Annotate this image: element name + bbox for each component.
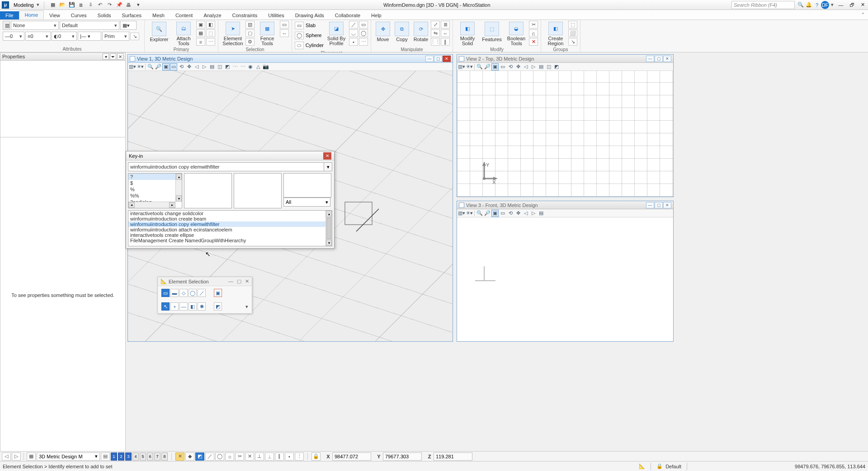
keyin-input[interactable] [128,162,324,171]
vtb-misc5[interactable]: ◩ [553,63,560,71]
view-groups-icon[interactable]: ▤ [101,452,110,461]
dialog-min-icon[interactable]: — [228,278,233,284]
keyin-table-filter[interactable]: All▾ [283,198,330,207]
list-item[interactable]: ? [128,174,182,180]
list-item[interactable]: %% [128,193,182,199]
scroll-up-icon[interactable]: ▴ [176,174,182,180]
tab-file[interactable]: File [0,11,19,19]
coord-y-input[interactable]: 79677.303 [383,452,422,461]
fence-stretch-icon[interactable]: ↔ [280,29,289,37]
tool-tangent-icon[interactable]: ⊥ [255,452,264,461]
view-toggle-7[interactable]: 7 [154,452,160,461]
method-shape-icon[interactable]: ◇ [179,289,188,297]
scroll-down-icon[interactable]: ▾ [176,195,182,202]
method-line-icon[interactable]: ／ [198,289,206,297]
view-attributes-icon[interactable]: ▥▾ [458,63,465,71]
attributes-dialog-launcher[interactable]: ↘ [130,33,139,40]
element-selection-title-bar[interactable]: 📐 Element Selection — ▢ ✕ [158,277,252,286]
view-close-icon[interactable]: ✕ [663,56,671,62]
tool-point-icon[interactable]: • [285,452,294,461]
zoom-out-icon[interactable]: 🔎 [484,210,491,217]
properties-close-icon[interactable]: ✕ [117,53,123,60]
active-model-combo[interactable]: 3D Metric Design M▾ [37,452,100,461]
tool-sun-icon[interactable]: ☼ [225,452,234,461]
search-ribbon[interactable]: Search Ribbon (F4) [731,1,795,9]
scroll-left-icon[interactable]: ◂ [128,202,135,208]
levels-icon[interactable]: ≡ [196,38,205,46]
view-toggle-1[interactable]: 1 [111,452,117,461]
more-primary-icon[interactable]: ⋯ [206,38,215,46]
fence-type-icon[interactable]: ▭ [280,21,289,28]
keyin-history-dropdown-icon[interactable]: ▾ [324,162,332,171]
dialog-max-icon[interactable]: ▢ [237,278,241,284]
dialog-expand-icon[interactable]: ▾ [245,304,248,310]
qat-redo-icon[interactable]: ↷ [106,1,114,9]
keyin-dialog[interactable]: Key-in ✕ ▾ ? $ % %% 3ppdialog ▴ ▾ ◂ ▸ [126,151,335,249]
qat-open-icon[interactable]: 📂 [58,1,66,9]
select-by-attr-icon[interactable]: ⚙ [245,38,255,46]
method-circle-icon[interactable]: ◯ [189,289,197,297]
vtb-misc1[interactable]: ◁ [522,63,529,71]
select-all-icon[interactable]: ▧ [245,21,255,28]
element-template[interactable]: ▦▾ [120,21,137,30]
tab-surfaces[interactable]: Surfaces [117,11,147,19]
qat-saveall-icon[interactable]: 🗎 [77,1,85,9]
line-style-combo[interactable]: — 0▾ [3,32,24,41]
cells-icon[interactable]: ⬚ [206,29,215,37]
nav-fwd-icon[interactable]: ▷ [12,452,21,461]
clip-volume-icon[interactable]: ◫ [216,63,223,71]
fence-tools-button[interactable]: ▦ Fence Tools [255,21,279,46]
align-icon[interactable]: ≣ [441,21,450,28]
rect-icon[interactable]: ▭ [359,21,368,28]
vtb-misc3[interactable]: ▤ [538,63,545,71]
window-area-icon[interactable]: ▭ [499,63,506,71]
lock-indicator-icon[interactable]: 🔒 [656,463,663,469]
view-camera-icon[interactable]: 📷 [262,63,269,71]
transparency-combo[interactable]: ◐ 0▾ [52,32,77,41]
tool-circle-icon[interactable]: ◯ [215,452,224,461]
snap-indicator-icon[interactable]: 📐 [639,463,645,469]
pan-icon[interactable]: ✥ [514,63,522,71]
vtb-misc2[interactable]: ▷ [530,63,537,71]
mode-new-icon[interactable]: ↖ [161,302,170,311]
view-saved-icon[interactable]: ▤ [208,63,216,71]
tab-solids[interactable]: Solids [92,11,117,19]
keyin-list-2[interactable] [184,173,232,208]
scrollbar-horizontal[interactable]: ◂ ▸ [128,202,175,208]
view-close-icon[interactable]: ✕ [443,56,451,62]
move-button[interactable]: ✥Move [374,21,392,46]
history-item[interactable]: winformuiintroduction attach ecinstancet… [128,227,332,232]
properties-pin-icon[interactable]: ⏷ [110,53,116,60]
class-combo[interactable]: Prim▾ [102,32,129,41]
method-block-icon[interactable]: ▬ [170,289,179,297]
history-item[interactable]: interactivetools change solidcolor [128,211,332,216]
element-selection-dialog[interactable]: 📐 Element Selection — ▢ ✕ ▭ ▬ ◇ ◯ ／ ▣ ↖ … [157,277,252,314]
keyin-title-bar[interactable]: Key-in ✕ [126,151,334,160]
array-icon[interactable]: ⋮⋮ [431,38,440,46]
tab-curves[interactable]: Curves [66,11,92,19]
sphere-icon[interactable]: ◯ [295,32,304,39]
keyin-list-4[interactable] [283,173,331,198]
keyin-list-3[interactable] [234,173,282,208]
qat-new-icon[interactable]: ▦ [49,1,57,9]
restore-button[interactable]: 🗗 [846,1,857,9]
select-all-reset-icon[interactable]: ▣ [214,289,222,297]
rotate-button[interactable]: ⟳Rotate [412,21,430,46]
offset-icon[interactable]: ‖ [441,38,450,46]
element-selection-button[interactable]: ➤ Element Selection [221,21,245,46]
tool-scissors-icon[interactable]: ✂ [235,452,244,461]
view-1-title-bar[interactable]: View 1, 3D Metric Design — ▢ ✕ [128,55,453,63]
models-icon[interactable]: ▦ [27,452,36,461]
trim-icon[interactable]: ✂ [529,21,538,28]
zoom-out-icon[interactable]: 🔎 [484,63,491,71]
tab-analyze[interactable]: Analyze [198,11,226,19]
list-item[interactable]: $ [128,180,182,186]
line-icon[interactable]: ／ [349,21,358,28]
features-button[interactable]: ⬚Features [480,21,504,46]
groups-launcher-icon[interactable]: ↘ [568,38,577,46]
vtb-m2[interactable]: ▷ [530,210,537,217]
coord-x-input[interactable]: 98477.072 [332,452,371,461]
snap-mode-icon[interactable]: ◆ [185,452,194,461]
notifications-icon[interactable]: 🔔 [805,1,813,9]
scroll-down-icon[interactable]: ▾ [326,240,332,246]
